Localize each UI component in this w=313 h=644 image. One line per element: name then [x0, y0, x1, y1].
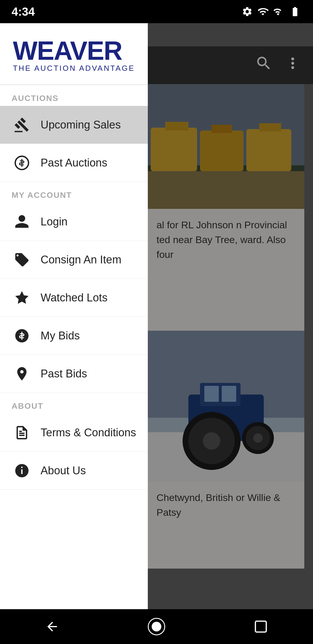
svg-point-25	[152, 622, 161, 631]
sidebar-item-my-bids[interactable]: My Bids	[0, 317, 148, 355]
past-bids-label: Past Bids	[41, 368, 87, 380]
upcoming-sales-label: Upcoming Sales	[41, 119, 121, 131]
dollar-circle-filled-icon	[12, 325, 32, 346]
watched-lots-label: Watched Lots	[41, 292, 108, 304]
logo-tagline: THE AUCTION ADVANTAGE	[13, 64, 135, 73]
terms-conditions-label: Terms & Conditions	[41, 426, 136, 439]
recent-button[interactable]	[249, 615, 272, 638]
past-auctions-label: Past Auctions	[41, 157, 107, 169]
my-bids-label: My Bids	[41, 330, 80, 342]
settings-icon	[242, 6, 253, 17]
sidebar-item-past-auctions[interactable]: Past Auctions	[0, 144, 148, 182]
tag-icon	[12, 249, 32, 270]
signal-icon	[273, 6, 284, 17]
section-label-about: ABOUT	[0, 393, 148, 414]
location-pin-icon	[12, 363, 32, 384]
status-icons	[242, 6, 301, 17]
wifi-icon	[257, 6, 268, 17]
sidebar-item-terms-conditions[interactable]: Terms & Conditions	[0, 414, 148, 452]
status-time: 4:34	[12, 5, 35, 18]
consign-item-label: Consign An Item	[41, 254, 121, 266]
section-label-my-account: MY ACCOUNT	[0, 182, 148, 203]
dollar-circle-icon	[12, 153, 32, 173]
status-bar: 4:34	[0, 0, 313, 23]
info-circle-icon	[12, 460, 32, 481]
gavel-icon	[12, 115, 32, 135]
home-button[interactable]	[145, 615, 168, 638]
star-icon	[12, 287, 32, 308]
document-icon	[12, 422, 32, 443]
sidebar-item-upcoming-sales[interactable]: Upcoming Sales	[0, 106, 148, 144]
back-button[interactable]	[41, 615, 64, 638]
person-icon	[12, 211, 32, 232]
about-us-label: About Us	[41, 464, 86, 477]
sidebar-item-login[interactable]: Login	[0, 203, 148, 241]
logo-brand: WEAVER	[13, 38, 122, 64]
bottom-navigation	[0, 609, 313, 644]
section-label-auctions: AUCTIONS	[0, 85, 148, 106]
sidebar-item-past-bids[interactable]: Past Bids	[0, 355, 148, 393]
navigation-drawer: WEAVER THE AUCTION ADVANTAGE AUCTIONS Up…	[0, 23, 148, 644]
drawer-logo: WEAVER THE AUCTION ADVANTAGE	[0, 23, 148, 85]
login-label: Login	[41, 216, 68, 228]
svg-rect-26	[255, 621, 266, 632]
sidebar-item-watched-lots[interactable]: Watched Lots	[0, 279, 148, 317]
battery-icon	[289, 6, 301, 17]
sidebar-item-consign-item[interactable]: Consign An Item	[0, 241, 148, 279]
sidebar-item-about-us[interactable]: About Us	[0, 452, 148, 490]
